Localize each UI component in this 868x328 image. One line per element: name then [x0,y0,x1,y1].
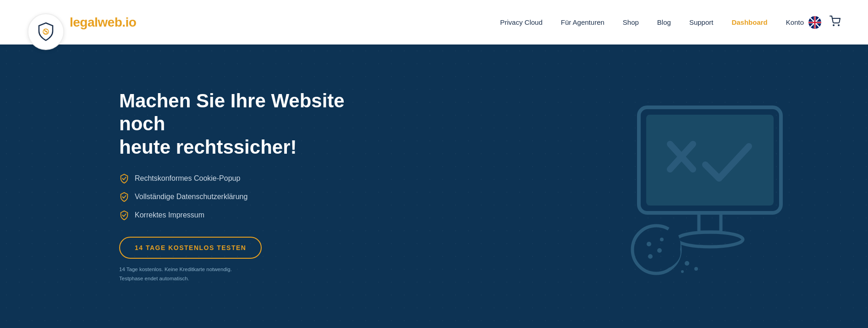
cta-button[interactable]: 14 TAGE KOSTENLOS TESTEN [119,237,262,259]
svg-point-23 [694,267,698,271]
svg-point-9 [833,25,834,26]
monitor-illustration-icon [602,94,813,277]
nav-dashboard[interactable]: Dashboard [731,18,767,26]
nav-agenturen[interactable]: Für Agenturen [561,18,604,26]
svg-point-22 [685,261,689,266]
nav-shop[interactable]: Shop [623,18,639,26]
svg-point-20 [648,254,653,259]
logo-shield-icon: S [35,21,56,42]
hero-title-line2: heute rechtssicher! [119,136,297,158]
nav-privacy-cloud[interactable]: Privacy Cloud [500,18,543,26]
shield-check-icon-3 [119,210,129,220]
cta-note-line1: 14 Tage kostenlos. Keine Kreditkarte not… [119,267,232,272]
feature-item-3: Korrektes Impressum [119,210,394,220]
cta-note-line2: Testphase endet automatisch. [119,276,189,281]
feature-text-1: Rechtskonformes Cookie-Popup [135,174,240,183]
cart-icon[interactable] [830,16,841,29]
nav-konto[interactable]: Konto [786,18,804,26]
logo[interactable]: S legalweb.io [27,4,136,41]
feature-text-3: Korrektes Impressum [135,211,204,219]
svg-point-21 [660,238,664,241]
logo-text: legalweb.io [70,15,136,30]
logo-name: legalweb [70,15,122,29]
shield-check-icon-2 [119,192,129,202]
feature-list: Rechtskonformes Cookie-Popup Vollständig… [119,173,394,220]
svg-rect-15 [699,213,721,232]
logo-suffix: .io [122,15,136,29]
svg-point-24 [681,270,684,273]
main-nav: Privacy Cloud Für Agenturen Shop Blog Su… [500,18,804,26]
nav-support[interactable]: Support [689,18,714,26]
nav-icons [808,16,841,29]
hero-title-line1: Machen Sie Ihre Website noch [119,90,345,134]
language-flag-icon[interactable] [808,16,821,29]
hero-illustration [602,94,813,279]
shield-check-icon-1 [119,173,129,183]
feature-item-1: Rechtskonformes Cookie-Popup [119,173,394,183]
svg-rect-12 [646,115,774,206]
logo-icon: S [27,13,64,50]
svg-point-19 [657,248,662,253]
hero-content: Machen Sie Ihre Website noch heute recht… [119,89,394,283]
cta-note: 14 Tage kostenlos. Keine Kreditkarte not… [119,265,394,283]
nav-blog[interactable]: Blog [657,18,671,26]
hero-section: Machen Sie Ihre Website noch heute recht… [0,44,868,328]
hero-title: Machen Sie Ihre Website noch heute recht… [119,89,394,159]
feature-text-2: Vollständige Datenschutzerklärung [135,193,247,201]
header: S legalweb.io Privacy Cloud Für Agenture… [0,0,868,44]
feature-item-2: Vollständige Datenschutzerklärung [119,192,394,202]
svg-point-18 [647,242,651,246]
svg-point-16 [677,232,743,247]
svg-point-10 [838,25,839,26]
